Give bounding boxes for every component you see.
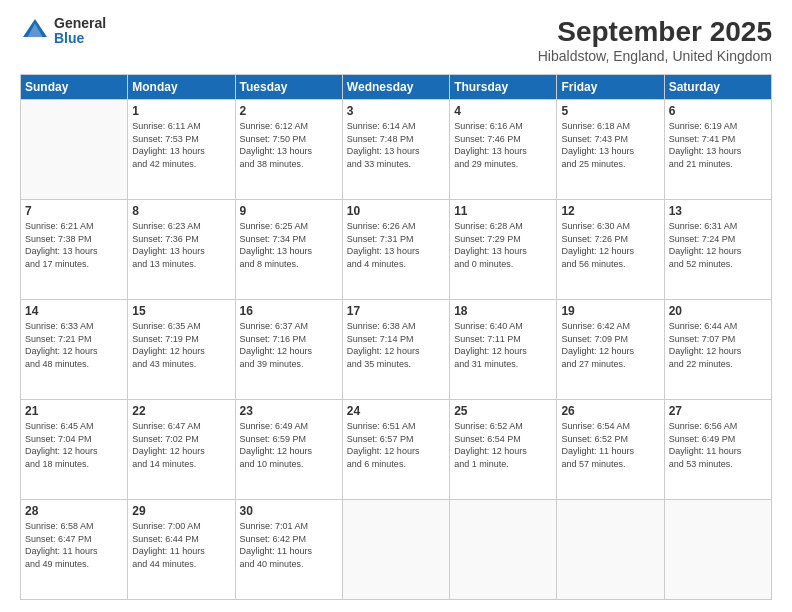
calendar-cell: 14Sunrise: 6:33 AM Sunset: 7:21 PM Dayli…	[21, 300, 128, 400]
day-number: 17	[347, 304, 445, 318]
calendar-week-row: 28Sunrise: 6:58 AM Sunset: 6:47 PM Dayli…	[21, 500, 772, 600]
calendar-cell: 28Sunrise: 6:58 AM Sunset: 6:47 PM Dayli…	[21, 500, 128, 600]
day-number: 1	[132, 104, 230, 118]
calendar-cell: 12Sunrise: 6:30 AM Sunset: 7:26 PM Dayli…	[557, 200, 664, 300]
day-number: 10	[347, 204, 445, 218]
calendar-day-header: Saturday	[664, 75, 771, 100]
calendar-cell: 8Sunrise: 6:23 AM Sunset: 7:36 PM Daylig…	[128, 200, 235, 300]
day-number: 9	[240, 204, 338, 218]
day-number: 20	[669, 304, 767, 318]
day-info: Sunrise: 6:49 AM Sunset: 6:59 PM Dayligh…	[240, 420, 338, 470]
calendar-cell: 17Sunrise: 6:38 AM Sunset: 7:14 PM Dayli…	[342, 300, 449, 400]
day-info: Sunrise: 6:56 AM Sunset: 6:49 PM Dayligh…	[669, 420, 767, 470]
day-info: Sunrise: 6:44 AM Sunset: 7:07 PM Dayligh…	[669, 320, 767, 370]
day-info: Sunrise: 6:47 AM Sunset: 7:02 PM Dayligh…	[132, 420, 230, 470]
calendar-cell: 24Sunrise: 6:51 AM Sunset: 6:57 PM Dayli…	[342, 400, 449, 500]
calendar-cell: 26Sunrise: 6:54 AM Sunset: 6:52 PM Dayli…	[557, 400, 664, 500]
day-number: 25	[454, 404, 552, 418]
calendar-cell: 21Sunrise: 6:45 AM Sunset: 7:04 PM Dayli…	[21, 400, 128, 500]
day-info: Sunrise: 6:30 AM Sunset: 7:26 PM Dayligh…	[561, 220, 659, 270]
day-info: Sunrise: 6:35 AM Sunset: 7:19 PM Dayligh…	[132, 320, 230, 370]
day-number: 27	[669, 404, 767, 418]
day-info: Sunrise: 7:01 AM Sunset: 6:42 PM Dayligh…	[240, 520, 338, 570]
day-info: Sunrise: 6:40 AM Sunset: 7:11 PM Dayligh…	[454, 320, 552, 370]
calendar-cell: 4Sunrise: 6:16 AM Sunset: 7:46 PM Daylig…	[450, 100, 557, 200]
day-number: 11	[454, 204, 552, 218]
calendar-cell: 19Sunrise: 6:42 AM Sunset: 7:09 PM Dayli…	[557, 300, 664, 400]
day-number: 15	[132, 304, 230, 318]
calendar-week-row: 21Sunrise: 6:45 AM Sunset: 7:04 PM Dayli…	[21, 400, 772, 500]
calendar-cell: 20Sunrise: 6:44 AM Sunset: 7:07 PM Dayli…	[664, 300, 771, 400]
day-number: 30	[240, 504, 338, 518]
day-info: Sunrise: 6:42 AM Sunset: 7:09 PM Dayligh…	[561, 320, 659, 370]
day-info: Sunrise: 6:51 AM Sunset: 6:57 PM Dayligh…	[347, 420, 445, 470]
calendar-day-header: Sunday	[21, 75, 128, 100]
calendar-cell	[557, 500, 664, 600]
calendar-cell	[450, 500, 557, 600]
calendar-cell: 5Sunrise: 6:18 AM Sunset: 7:43 PM Daylig…	[557, 100, 664, 200]
day-number: 28	[25, 504, 123, 518]
calendar-cell	[342, 500, 449, 600]
day-info: Sunrise: 6:37 AM Sunset: 7:16 PM Dayligh…	[240, 320, 338, 370]
calendar-cell: 11Sunrise: 6:28 AM Sunset: 7:29 PM Dayli…	[450, 200, 557, 300]
calendar-week-row: 14Sunrise: 6:33 AM Sunset: 7:21 PM Dayli…	[21, 300, 772, 400]
calendar-cell: 1Sunrise: 6:11 AM Sunset: 7:53 PM Daylig…	[128, 100, 235, 200]
day-number: 6	[669, 104, 767, 118]
day-info: Sunrise: 6:52 AM Sunset: 6:54 PM Dayligh…	[454, 420, 552, 470]
calendar-day-header: Tuesday	[235, 75, 342, 100]
day-number: 23	[240, 404, 338, 418]
day-number: 26	[561, 404, 659, 418]
day-info: Sunrise: 6:25 AM Sunset: 7:34 PM Dayligh…	[240, 220, 338, 270]
calendar-week-row: 1Sunrise: 6:11 AM Sunset: 7:53 PM Daylig…	[21, 100, 772, 200]
day-number: 22	[132, 404, 230, 418]
calendar-cell: 18Sunrise: 6:40 AM Sunset: 7:11 PM Dayli…	[450, 300, 557, 400]
day-info: Sunrise: 6:18 AM Sunset: 7:43 PM Dayligh…	[561, 120, 659, 170]
day-info: Sunrise: 6:12 AM Sunset: 7:50 PM Dayligh…	[240, 120, 338, 170]
calendar-cell	[21, 100, 128, 200]
logo-general-text: General	[54, 16, 106, 31]
calendar-cell: 13Sunrise: 6:31 AM Sunset: 7:24 PM Dayli…	[664, 200, 771, 300]
logo-blue-text: Blue	[54, 31, 106, 46]
day-number: 5	[561, 104, 659, 118]
day-info: Sunrise: 6:23 AM Sunset: 7:36 PM Dayligh…	[132, 220, 230, 270]
day-number: 8	[132, 204, 230, 218]
day-number: 16	[240, 304, 338, 318]
calendar-cell: 9Sunrise: 6:25 AM Sunset: 7:34 PM Daylig…	[235, 200, 342, 300]
day-number: 3	[347, 104, 445, 118]
title-block: September 2025 Hibaldstow, England, Unit…	[538, 16, 772, 64]
calendar-cell: 6Sunrise: 6:19 AM Sunset: 7:41 PM Daylig…	[664, 100, 771, 200]
calendar-day-header: Wednesday	[342, 75, 449, 100]
header: General Blue September 2025 Hibaldstow, …	[20, 16, 772, 64]
subtitle: Hibaldstow, England, United Kingdom	[538, 48, 772, 64]
calendar-cell: 16Sunrise: 6:37 AM Sunset: 7:16 PM Dayli…	[235, 300, 342, 400]
day-number: 4	[454, 104, 552, 118]
day-info: Sunrise: 6:58 AM Sunset: 6:47 PM Dayligh…	[25, 520, 123, 570]
calendar-cell: 3Sunrise: 6:14 AM Sunset: 7:48 PM Daylig…	[342, 100, 449, 200]
day-info: Sunrise: 6:33 AM Sunset: 7:21 PM Dayligh…	[25, 320, 123, 370]
day-info: Sunrise: 6:45 AM Sunset: 7:04 PM Dayligh…	[25, 420, 123, 470]
day-number: 7	[25, 204, 123, 218]
calendar-cell: 30Sunrise: 7:01 AM Sunset: 6:42 PM Dayli…	[235, 500, 342, 600]
day-info: Sunrise: 6:31 AM Sunset: 7:24 PM Dayligh…	[669, 220, 767, 270]
calendar-cell: 29Sunrise: 7:00 AM Sunset: 6:44 PM Dayli…	[128, 500, 235, 600]
main-title: September 2025	[538, 16, 772, 48]
day-info: Sunrise: 6:21 AM Sunset: 7:38 PM Dayligh…	[25, 220, 123, 270]
day-number: 18	[454, 304, 552, 318]
calendar-cell: 23Sunrise: 6:49 AM Sunset: 6:59 PM Dayli…	[235, 400, 342, 500]
logo: General Blue	[20, 16, 106, 47]
calendar-cell: 2Sunrise: 6:12 AM Sunset: 7:50 PM Daylig…	[235, 100, 342, 200]
calendar-week-row: 7Sunrise: 6:21 AM Sunset: 7:38 PM Daylig…	[21, 200, 772, 300]
calendar-day-header: Monday	[128, 75, 235, 100]
day-number: 29	[132, 504, 230, 518]
day-info: Sunrise: 6:14 AM Sunset: 7:48 PM Dayligh…	[347, 120, 445, 170]
day-number: 12	[561, 204, 659, 218]
day-number: 13	[669, 204, 767, 218]
day-info: Sunrise: 7:00 AM Sunset: 6:44 PM Dayligh…	[132, 520, 230, 570]
day-info: Sunrise: 6:19 AM Sunset: 7:41 PM Dayligh…	[669, 120, 767, 170]
calendar-day-header: Thursday	[450, 75, 557, 100]
day-info: Sunrise: 6:28 AM Sunset: 7:29 PM Dayligh…	[454, 220, 552, 270]
logo-icon	[20, 16, 50, 46]
calendar-cell: 27Sunrise: 6:56 AM Sunset: 6:49 PM Dayli…	[664, 400, 771, 500]
calendar-cell: 25Sunrise: 6:52 AM Sunset: 6:54 PM Dayli…	[450, 400, 557, 500]
calendar-cell: 10Sunrise: 6:26 AM Sunset: 7:31 PM Dayli…	[342, 200, 449, 300]
